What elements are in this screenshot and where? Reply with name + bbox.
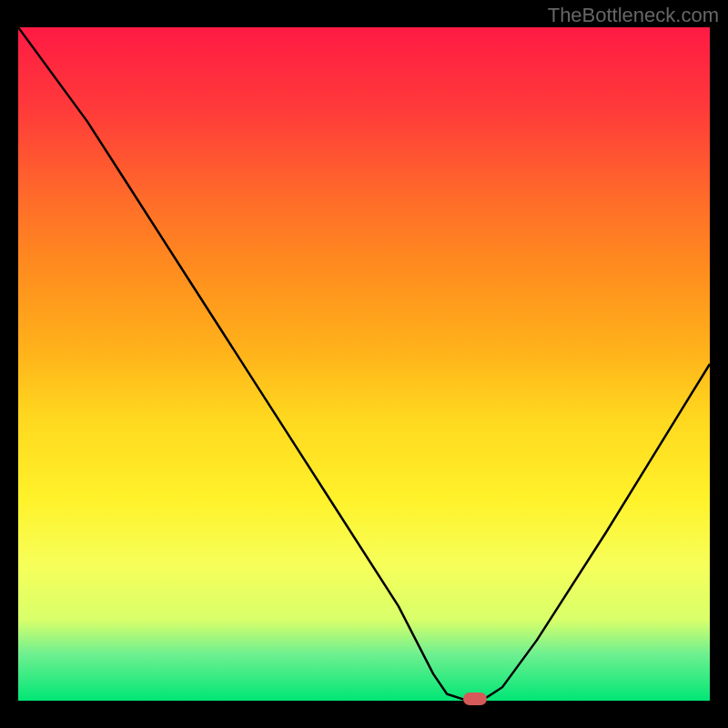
watermark-text: TheBottleneck.com — [548, 4, 719, 27]
optimal-point-marker — [463, 693, 487, 705]
chart-gradient-background — [18, 27, 710, 701]
